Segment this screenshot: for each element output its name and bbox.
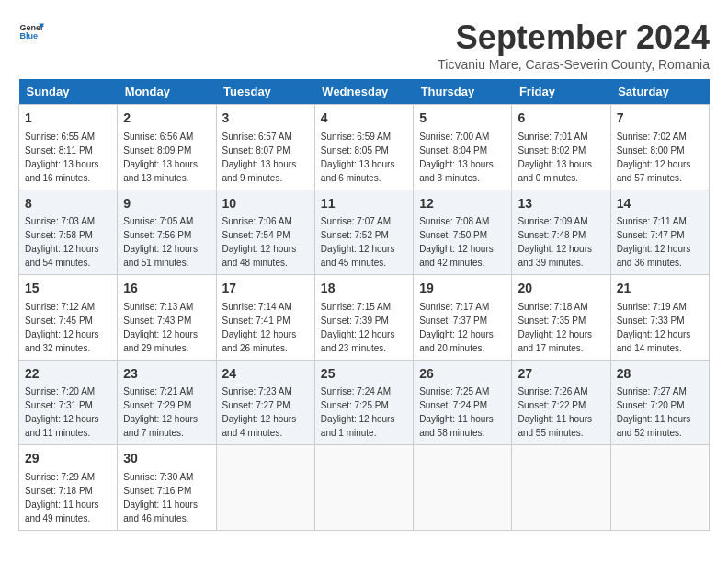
day-info: Sunrise: 7:19 AM Sunset: 7:33 PM Dayligh… [617, 302, 691, 353]
day-number: 20 [518, 280, 604, 298]
day-number: 5 [419, 109, 506, 128]
calendar-cell [216, 445, 314, 531]
day-number: 13 [518, 195, 604, 213]
calendar-cell: 12Sunrise: 7:08 AM Sunset: 7:50 PM Dayli… [414, 190, 512, 275]
day-number: 7 [617, 109, 703, 128]
day-info: Sunrise: 6:59 AM Sunset: 8:05 PM Dayligh… [321, 132, 395, 183]
calendar-cell: 30Sunrise: 7:30 AM Sunset: 7:16 PM Dayli… [118, 445, 216, 531]
calendar-cell: 11Sunrise: 7:07 AM Sunset: 7:52 PM Dayli… [314, 190, 413, 275]
day-number: 30 [123, 450, 210, 468]
weekday-header-saturday: Saturday [610, 79, 709, 105]
calendar-cell: 3Sunrise: 6:57 AM Sunset: 8:07 PM Daylig… [216, 105, 314, 190]
day-info: Sunrise: 7:20 AM Sunset: 7:31 PM Dayligh… [25, 386, 99, 438]
day-info: Sunrise: 7:06 AM Sunset: 7:54 PM Dayligh… [222, 216, 297, 268]
day-info: Sunrise: 7:14 AM Sunset: 7:41 PM Dayligh… [222, 302, 297, 353]
calendar-cell: 13Sunrise: 7:09 AM Sunset: 7:48 PM Dayli… [512, 190, 610, 275]
calendar-cell: 15Sunrise: 7:12 AM Sunset: 7:45 PM Dayli… [19, 275, 118, 361]
calendar-cell: 25Sunrise: 7:24 AM Sunset: 7:25 PM Dayli… [314, 360, 413, 445]
day-info: Sunrise: 7:23 AM Sunset: 7:27 PM Dayligh… [222, 386, 297, 438]
day-number: 27 [518, 365, 604, 384]
calendar-cell: 29Sunrise: 7:29 AM Sunset: 7:18 PM Dayli… [19, 445, 118, 531]
day-number: 9 [123, 195, 210, 213]
day-info: Sunrise: 7:25 AM Sunset: 7:24 PM Dayligh… [419, 386, 494, 438]
weekday-header-tuesday: Tuesday [216, 79, 314, 105]
calendar-cell: 17Sunrise: 7:14 AM Sunset: 7:41 PM Dayli… [216, 275, 314, 361]
calendar-cell [314, 445, 413, 531]
day-number: 3 [222, 109, 309, 128]
calendar-cell: 5Sunrise: 7:00 AM Sunset: 8:04 PM Daylig… [414, 105, 512, 190]
day-number: 11 [321, 195, 407, 213]
calendar-cell: 19Sunrise: 7:17 AM Sunset: 7:37 PM Dayli… [414, 275, 512, 361]
calendar-cell: 24Sunrise: 7:23 AM Sunset: 7:27 PM Dayli… [216, 360, 314, 445]
day-info: Sunrise: 7:21 AM Sunset: 7:29 PM Dayligh… [123, 386, 198, 438]
calendar-cell: 6Sunrise: 7:01 AM Sunset: 8:02 PM Daylig… [512, 105, 610, 190]
calendar-cell: 27Sunrise: 7:26 AM Sunset: 7:22 PM Dayli… [512, 360, 610, 445]
calendar-cell: 16Sunrise: 7:13 AM Sunset: 7:43 PM Dayli… [118, 275, 216, 361]
day-info: Sunrise: 7:08 AM Sunset: 7:50 PM Dayligh… [419, 216, 494, 268]
day-info: Sunrise: 7:07 AM Sunset: 7:52 PM Dayligh… [321, 216, 395, 268]
day-info: Sunrise: 7:27 AM Sunset: 7:20 PM Dayligh… [617, 386, 691, 438]
day-info: Sunrise: 7:01 AM Sunset: 8:02 PM Dayligh… [518, 132, 592, 183]
day-number: 4 [321, 109, 407, 128]
day-info: Sunrise: 7:05 AM Sunset: 7:56 PM Dayligh… [123, 216, 198, 268]
day-number: 25 [321, 365, 407, 384]
day-number: 22 [25, 365, 111, 384]
day-info: Sunrise: 7:30 AM Sunset: 7:16 PM Dayligh… [123, 472, 198, 523]
day-number: 17 [222, 280, 309, 298]
day-info: Sunrise: 6:57 AM Sunset: 8:07 PM Dayligh… [222, 132, 297, 183]
day-info: Sunrise: 7:18 AM Sunset: 7:35 PM Dayligh… [518, 302, 592, 353]
calendar-cell: 7Sunrise: 7:02 AM Sunset: 8:00 PM Daylig… [610, 105, 709, 190]
day-number: 23 [123, 365, 210, 384]
day-info: Sunrise: 7:15 AM Sunset: 7:39 PM Dayligh… [321, 302, 395, 353]
weekday-header-sunday: Sunday [19, 79, 118, 105]
calendar-cell: 1Sunrise: 6:55 AM Sunset: 8:11 PM Daylig… [19, 105, 118, 190]
day-number: 10 [222, 195, 309, 213]
day-info: Sunrise: 6:56 AM Sunset: 8:09 PM Dayligh… [123, 132, 198, 183]
calendar-cell: 14Sunrise: 7:11 AM Sunset: 7:47 PM Dayli… [610, 190, 709, 275]
day-info: Sunrise: 7:11 AM Sunset: 7:47 PM Dayligh… [617, 216, 691, 268]
day-number: 26 [419, 365, 506, 384]
calendar-cell: 10Sunrise: 7:06 AM Sunset: 7:54 PM Dayli… [216, 190, 314, 275]
calendar-cell: 23Sunrise: 7:21 AM Sunset: 7:29 PM Dayli… [118, 360, 216, 445]
weekday-header-thursday: Thursday [414, 79, 512, 105]
day-number: 24 [222, 365, 309, 384]
month-title: September 2024 [438, 18, 710, 57]
logo: General Blue [18, 18, 48, 44]
day-number: 12 [419, 195, 506, 213]
day-number: 21 [617, 280, 703, 298]
day-info: Sunrise: 7:02 AM Sunset: 8:00 PM Dayligh… [617, 132, 691, 183]
day-number: 2 [123, 109, 210, 128]
day-number: 16 [123, 280, 210, 298]
weekday-header-friday: Friday [512, 79, 610, 105]
day-info: Sunrise: 7:26 AM Sunset: 7:22 PM Dayligh… [518, 386, 592, 438]
calendar-cell [414, 445, 512, 531]
day-number: 18 [321, 280, 407, 298]
svg-text:Blue: Blue [19, 31, 38, 40]
calendar-cell: 20Sunrise: 7:18 AM Sunset: 7:35 PM Dayli… [512, 275, 610, 361]
calendar-cell [610, 445, 709, 531]
day-number: 6 [518, 109, 604, 128]
day-number: 28 [617, 365, 703, 384]
calendar-table: SundayMondayTuesdayWednesdayThursdayFrid… [18, 79, 710, 531]
day-info: Sunrise: 7:13 AM Sunset: 7:43 PM Dayligh… [123, 302, 198, 353]
calendar-cell: 18Sunrise: 7:15 AM Sunset: 7:39 PM Dayli… [314, 275, 413, 361]
day-info: Sunrise: 6:55 AM Sunset: 8:11 PM Dayligh… [25, 132, 99, 183]
weekday-header-monday: Monday [118, 79, 216, 105]
calendar-cell: 26Sunrise: 7:25 AM Sunset: 7:24 PM Dayli… [414, 360, 512, 445]
day-info: Sunrise: 7:12 AM Sunset: 7:45 PM Dayligh… [25, 302, 99, 353]
location-title: Ticvaniu Mare, Caras-Severin County, Rom… [438, 57, 710, 72]
day-info: Sunrise: 7:09 AM Sunset: 7:48 PM Dayligh… [518, 216, 592, 268]
calendar-cell: 28Sunrise: 7:27 AM Sunset: 7:20 PM Dayli… [610, 360, 709, 445]
calendar-cell [512, 445, 610, 531]
day-number: 14 [617, 195, 703, 213]
day-info: Sunrise: 7:17 AM Sunset: 7:37 PM Dayligh… [419, 302, 494, 353]
day-info: Sunrise: 7:03 AM Sunset: 7:58 PM Dayligh… [25, 216, 99, 268]
day-info: Sunrise: 7:00 AM Sunset: 8:04 PM Dayligh… [419, 132, 494, 183]
calendar-cell: 9Sunrise: 7:05 AM Sunset: 7:56 PM Daylig… [118, 190, 216, 275]
day-number: 29 [25, 450, 111, 468]
calendar-cell: 8Sunrise: 7:03 AM Sunset: 7:58 PM Daylig… [19, 190, 118, 275]
day-info: Sunrise: 7:24 AM Sunset: 7:25 PM Dayligh… [321, 386, 395, 438]
calendar-cell: 4Sunrise: 6:59 AM Sunset: 8:05 PM Daylig… [314, 105, 413, 190]
day-info: Sunrise: 7:29 AM Sunset: 7:18 PM Dayligh… [25, 472, 99, 523]
calendar-cell: 22Sunrise: 7:20 AM Sunset: 7:31 PM Dayli… [19, 360, 118, 445]
